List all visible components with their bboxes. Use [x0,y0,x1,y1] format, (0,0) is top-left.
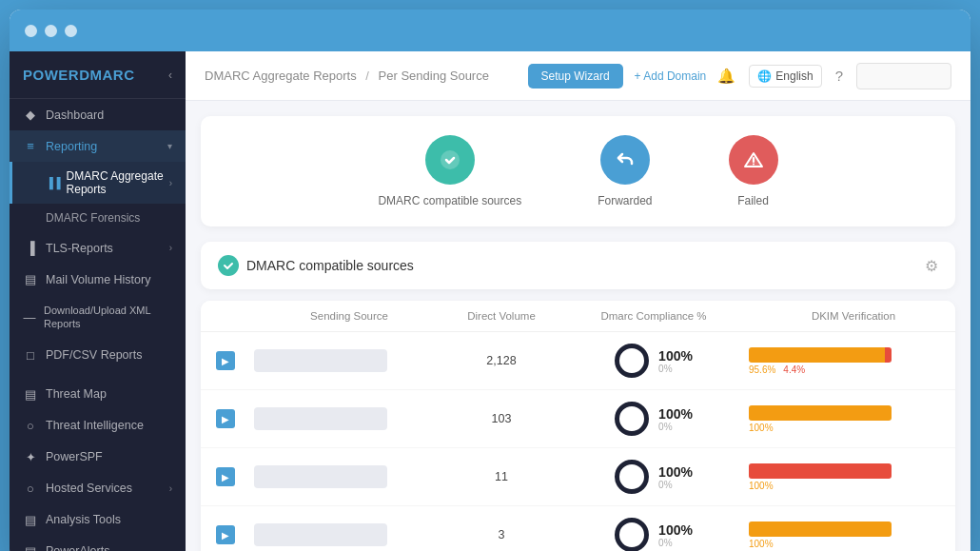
table-row: ▶ 11 100% 0% [201,448,955,506]
sidebar-item-download-upload[interactable]: — Download/Upload XML Reports [10,295,186,340]
sidebar-item-powerspf[interactable]: ✦ PowerSPF [10,442,186,473]
hosted-arrow: › [169,483,172,494]
compliance-cell: 100% 0% [559,402,749,436]
compliance-cell: 100% 0% [559,460,749,494]
sidebar-item-dmarc-aggregate[interactable]: ▐▐ DMARC Aggregate Reports › [10,162,186,204]
col-sending-source: Sending Source [254,310,444,322]
sidebar-item-label: TLS-Reports [46,242,113,255]
sidebar-item-label: Threat Map [46,387,107,401]
compliance-zero: 0% [658,538,693,548]
sidebar-item-dmarc-forensics[interactable]: DMARC Forensics [10,204,186,232]
tls-icon: ▐ [23,241,38,255]
compliance-pct: 100% [658,406,693,422]
row-expand-button[interactable]: ▶ [216,525,235,544]
stats-row: DMARC compatible sources Forwarded [201,116,955,226]
svg-point-1 [753,164,755,166]
sidebar-item-poweralerts[interactable]: ▤ PowerAlerts [10,536,186,551]
dkim-pass-label: 100% [749,481,774,491]
source-bar [254,407,387,430]
dkim-cell: 100% [749,405,955,433]
table-row: ▶ 2,128 100% 0% [201,332,955,390]
dkim-pass-label: 95.6% [749,364,775,375]
setup-wizard-button[interactable]: Setup Wizard [528,64,623,89]
compliance-pct: 100% [658,464,693,480]
sidebar-item-label: Reporting [46,140,97,153]
topbar-actions: 🔔 🌐 English ? [717,63,951,89]
bar-icon: ▐▐ [46,177,61,188]
sidebar-item-hosted-services[interactable]: ○ Hosted Services › [10,473,186,504]
sidebar-logo: POWERDMARC ‹ [10,51,186,99]
reporting-icon: ≡ [23,139,38,153]
sidebar-item-tls-reports[interactable]: ▐ TLS-Reports › [10,232,186,264]
section-title: DMARC compatible sources [218,255,414,276]
topbar: DMARC Aggregate Reports / Per Sending So… [186,51,970,101]
table-header: Sending Source Direct Volume Dmarc Compl… [201,301,955,332]
language-selector[interactable]: 🌐 English [749,65,821,88]
sidebar-item-label: PowerAlerts [46,544,109,551]
sidebar-item-label: PowerSPF [46,450,103,463]
row-expand-button[interactable]: ▶ [216,409,235,428]
sidebar-item-label: Dashboard [46,108,104,122]
data-table: Sending Source Direct Volume Dmarc Compl… [201,301,955,551]
mail-icon: ▤ [23,272,38,286]
sidebar-item-dashboard[interactable]: ◆ Dashboard [10,99,186,130]
language-label: English [775,69,813,83]
sidebar-sub-item-label: DMARC Aggregate Reports [67,169,164,196]
compliance-zero: 0% [658,364,693,374]
logo-text: POWERDMARC [23,67,135,83]
table-row: ▶ 3 100% 0% [201,506,955,551]
section-title-text: DMARC compatible sources [246,258,414,273]
sidebar-item-label: Analysis Tools [46,513,121,526]
sidebar-collapse-button[interactable]: ‹ [168,69,172,82]
sidebar: POWERDMARC ‹ ◆ Dashboard ≡ Reporting ▾ ▐… [10,51,186,551]
stat-forwarded-label: Forwarded [598,194,652,207]
dkim-pass-bar [749,405,892,421]
sidebar-item-analysis-tools[interactable]: ▤ Analysis Tools [10,504,186,536]
compliance-text: 100% 0% [658,522,693,548]
col-compliance: Dmarc Compliance % [559,310,749,322]
sidebar-item-pdf-csv[interactable]: □ PDF/CSV Reports [10,340,186,371]
dkim-pass-label: 100% [749,539,774,549]
col-direct-volume: Direct Volume [444,310,559,322]
volume-value: 103 [444,412,559,425]
titlebar [10,10,970,51]
dkim-cell: 100% [749,463,955,491]
stat-failed: Failed [729,135,778,207]
row-expand-button[interactable]: ▶ [216,351,235,370]
search-bar[interactable] [856,63,951,89]
help-icon[interactable]: ? [835,68,843,84]
dkim-fail-bar [749,463,892,479]
compliance-cell: 100% 0% [559,344,749,378]
compliance-pct: 100% [658,522,693,538]
notification-icon[interactable]: 🔔 [717,68,735,85]
sidebar-sub-item-label: DMARC Forensics [46,211,140,225]
download-icon: — [23,310,36,325]
stat-compatible: DMARC compatible sources [378,135,521,207]
sidebar-item-threat-map[interactable]: ▤ Threat Map [10,379,186,410]
reporting-arrow: ▾ [167,141,172,151]
dkim-label: 100% [749,539,774,549]
sidebar-item-threat-intelligence[interactable]: ○ Threat Intelligence [10,410,186,442]
dkim-label: 100% [749,423,774,433]
section-header: DMARC compatible sources ⚙ [201,242,955,289]
source-bar [254,465,387,488]
sidebar-item-mail-volume[interactable]: ▤ Mail Volume History [10,264,186,295]
dkim-fail-bar [885,347,892,363]
breadcrumb-sep: / [365,69,369,83]
analysis-icon: ▤ [23,513,38,527]
dkim-fail-label: 4.4% [783,364,805,375]
row-expand-button[interactable]: ▶ [216,467,235,486]
compliance-cell: 100% 0% [559,518,749,551]
settings-gear-icon[interactable]: ⚙ [925,257,938,275]
dashboard-icon: ◆ [23,108,38,122]
sidebar-item-reporting[interactable]: ≡ Reporting ▾ [10,130,186,162]
dkim-bar [749,463,892,479]
sidebar-item-label: Threat Intelligence [46,419,144,432]
stat-forwarded: Forwarded [598,135,652,207]
donut-chart [615,402,649,436]
tls-arrow: › [169,243,172,253]
col-dkim: DKIM Verification [749,310,955,322]
add-domain-button[interactable]: + Add Domain [635,69,707,83]
sidebar-item-label: PDF/CSV Reports [46,348,142,362]
dkim-cell: 100% [749,521,955,549]
